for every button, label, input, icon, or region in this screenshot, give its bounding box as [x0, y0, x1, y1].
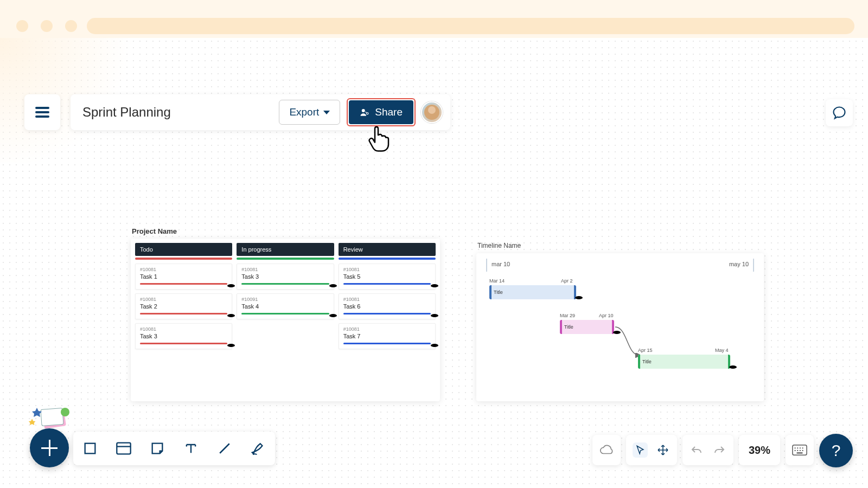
sticky-note-icon: [150, 441, 165, 456]
svg-point-17: [802, 450, 803, 451]
timeline-bar[interactable]: Title: [560, 320, 614, 334]
canvas[interactable]: Sprint Planning Export Share Project Nam…: [0, 38, 868, 488]
pen-tool[interactable]: [249, 439, 267, 458]
card-id: #10081: [140, 267, 227, 272]
kanban-project-label: Project Name: [132, 227, 177, 235]
add-button[interactable]: [30, 428, 69, 467]
card-stripe: [140, 313, 227, 314]
keyboard-shortcuts-button[interactable]: [792, 442, 807, 458]
card-db-icon: [328, 313, 338, 323]
bar-title: Title: [494, 290, 503, 295]
document-title[interactable]: Sprint Planning: [82, 105, 279, 120]
card-stripe: [343, 313, 431, 314]
svg-point-16: [800, 450, 801, 451]
svg-rect-18: [796, 452, 802, 453]
kanban-column[interactable]: Review#10081Task 5#10081Task 6#10081Task…: [339, 243, 436, 397]
card-db-icon: [226, 313, 236, 323]
chat-bubble-icon: [832, 105, 847, 120]
share-label: Share: [375, 106, 403, 118]
card-db-icon: [430, 343, 439, 353]
shapes-toolbar: [73, 432, 275, 465]
database-icon: [328, 313, 338, 323]
card-title: Task 4: [241, 303, 329, 310]
cloud-sync-button[interactable]: [599, 442, 614, 458]
bar-db-icon: [728, 365, 738, 375]
kanban-column-header: In progress: [237, 243, 334, 256]
card-id: #10081: [140, 326, 227, 332]
card-stripe: [241, 313, 329, 314]
svg-point-1: [367, 113, 368, 114]
card-id: #10091: [241, 297, 329, 302]
card-stripe: [140, 343, 227, 344]
keyboard-icon: [792, 444, 807, 456]
card-id: #10081: [343, 297, 431, 302]
line-tool[interactable]: [215, 439, 234, 458]
card-db-icon: [430, 284, 439, 293]
zoom-level[interactable]: 39%: [745, 444, 774, 457]
column-stripe: [237, 258, 334, 260]
select-tool[interactable]: [633, 442, 648, 458]
kanban-card[interactable]: #10081Task 6: [339, 293, 436, 319]
bar-db-icon: [612, 330, 622, 340]
svg-rect-6: [117, 443, 130, 454]
bar-start-date: Mar 14: [489, 278, 505, 284]
redo-icon: [713, 445, 726, 455]
card-icon: [116, 441, 132, 456]
help-button[interactable]: ?: [819, 434, 853, 467]
kanban-board[interactable]: Todo#10081Task 1#10081Task 2#10081Task 3…: [131, 239, 440, 401]
svg-point-13: [802, 447, 803, 448]
card-tool[interactable]: [114, 439, 133, 458]
kanban-card[interactable]: #10081Task 1: [135, 264, 232, 290]
database-icon: [612, 330, 622, 340]
hamburger-icon: [35, 107, 49, 118]
menu-button[interactable]: [24, 94, 60, 130]
bar-end-date: Apr 10: [599, 313, 614, 318]
kanban-card[interactable]: #10081Task 2: [135, 293, 232, 319]
undo-button[interactable]: [689, 442, 704, 458]
redo-button[interactable]: [712, 442, 727, 458]
kanban-column[interactable]: In progress#10081Task 3#10091Task 4: [237, 243, 334, 397]
header-bar: Sprint Planning Export Share: [71, 94, 450, 130]
bar-start-date: Mar 29: [560, 313, 575, 318]
user-avatar[interactable]: [421, 101, 443, 123]
browser-tab-band: [0, 0, 868, 38]
bar-end-date: May 4: [715, 348, 729, 353]
axis-end-label: may 10: [729, 261, 749, 267]
card-id: #10081: [140, 297, 227, 302]
timeline-row: Apr 15May 4Title: [486, 349, 754, 377]
card-title: Task 2: [140, 303, 227, 310]
comments-button[interactable]: [826, 99, 853, 126]
card-db-icon: [328, 284, 338, 293]
kanban-card[interactable]: #10081Task 3: [135, 323, 232, 349]
card-title: Task 1: [140, 273, 227, 280]
bar-db-icon: [574, 296, 584, 305]
caret-down-icon: [323, 111, 330, 114]
pan-tool[interactable]: [655, 442, 671, 458]
text-icon: [183, 441, 199, 456]
share-highlight-box: Share: [347, 98, 416, 126]
kanban-card[interactable]: #10091Task 4: [237, 293, 334, 319]
timeline-label: Timeline Name: [477, 242, 521, 249]
timeline-bar[interactable]: Title: [638, 355, 730, 369]
card-stripe: [140, 283, 227, 285]
card-id: #10081: [343, 326, 431, 332]
bar-title: Title: [564, 324, 573, 330]
kanban-card[interactable]: #10081Task 5: [339, 264, 436, 290]
pen-icon: [250, 440, 266, 457]
timeline-bar[interactable]: Title: [489, 285, 576, 299]
database-icon: [226, 343, 236, 353]
kanban-card[interactable]: #10081Task 3: [237, 264, 334, 290]
card-title: Task 6: [343, 303, 431, 310]
svg-point-4: [61, 408, 69, 416]
timeline-row: Mar 29Apr 10Title: [486, 314, 754, 342]
text-tool[interactable]: [182, 439, 200, 458]
share-button[interactable]: Share: [349, 100, 413, 124]
card-title: Task 5: [343, 273, 431, 280]
timeline[interactable]: mar 10 may 10 Mar 14Apr 2TitleMar 29Apr …: [476, 253, 764, 401]
export-button[interactable]: Export: [279, 100, 340, 125]
sticky-note-tool[interactable]: [148, 439, 167, 458]
kanban-column[interactable]: Todo#10081Task 1#10081Task 2#10081Task 3: [135, 243, 232, 397]
bar-end-date: Apr 2: [561, 278, 573, 284]
rectangle-tool[interactable]: [81, 439, 99, 458]
kanban-card[interactable]: #10081Task 7: [339, 323, 436, 349]
